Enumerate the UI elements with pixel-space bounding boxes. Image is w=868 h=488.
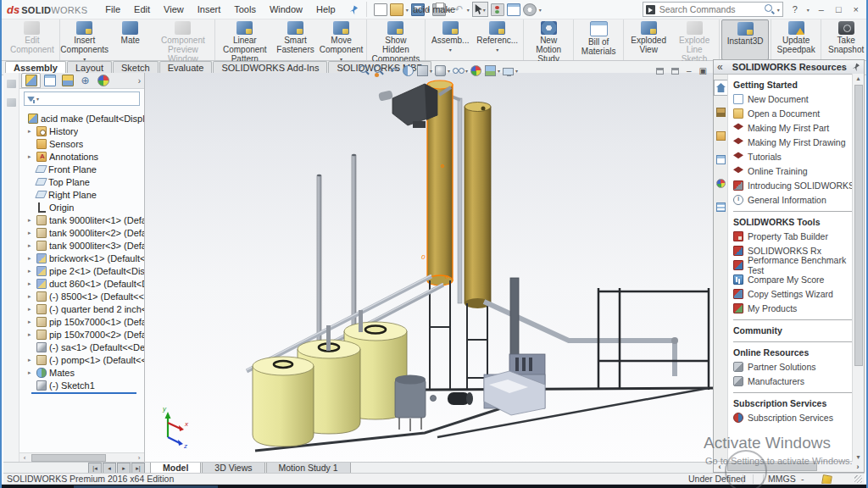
tree-item-pipe2[interactable]: ▸pipe 2<1> (Default<Display Stat xyxy=(19,264,144,277)
scroll-up-icon[interactable]: ▴ xyxy=(853,75,864,82)
tree-item-sa[interactable]: (-) sa<1> (Default<<Default>_D xyxy=(19,341,144,353)
propertymanager-tab[interactable] xyxy=(41,74,58,87)
expander-icon[interactable]: ▸ xyxy=(28,242,36,249)
link-property-tab-builder[interactable]: Property Tab Builder xyxy=(733,229,862,243)
section-subscription-services[interactable]: Subscription Services^ xyxy=(733,396,862,410)
select-tool[interactable]: ▾ xyxy=(472,2,488,17)
expander-icon[interactable]: ▸ xyxy=(28,357,36,363)
apply-scene-icon[interactable] xyxy=(485,65,496,76)
tree-item-front-plane[interactable]: Front Plane xyxy=(19,163,144,175)
assembly-3d-view[interactable]: 0 o xyxy=(145,73,720,463)
doc-window-icon-2[interactable] xyxy=(671,68,679,75)
link-my-products[interactable]: My Products xyxy=(733,301,862,315)
file-explorer-tab[interactable] xyxy=(715,129,727,143)
view-orientation-icon[interactable] xyxy=(417,65,428,76)
search-input[interactable] xyxy=(658,3,762,15)
doc-window-icon-1[interactable] xyxy=(656,68,664,75)
tree-item-quarter-bend[interactable]: ▸(-) quarter bend 2 inch<1> (Defa xyxy=(19,302,144,315)
scroll-left-icon[interactable]: ‹ xyxy=(19,454,30,462)
undo-caret-icon[interactable]: ▾ xyxy=(467,7,470,13)
caret-icon[interactable]: ▾ xyxy=(498,68,500,74)
tree-item-mates[interactable]: ▸Mates xyxy=(19,366,144,379)
floor-pipe-mid[interactable] xyxy=(437,388,709,437)
print-caret-icon[interactable]: ▾ xyxy=(448,7,451,13)
view-settings-icon[interactable] xyxy=(503,68,514,75)
menu-help[interactable]: Help xyxy=(310,3,342,16)
exploded-view-button[interactable]: Exploded View xyxy=(626,19,671,60)
tree-item-annotations[interactable]: ▸Annotations xyxy=(19,150,144,163)
doc-minimize-button[interactable]: – xyxy=(687,66,692,75)
caret-icon[interactable]: ▾ xyxy=(515,68,518,74)
expander-icon[interactable]: ▸ xyxy=(28,153,36,160)
task-pane-vertical-scrollbar[interactable]: ▴ ▾ xyxy=(852,74,864,462)
panel-expand-arrow[interactable]: › xyxy=(138,76,141,86)
dimxpertmanager-tab[interactable] xyxy=(76,74,94,87)
new-motion-study-button[interactable]: New Motion Study xyxy=(526,19,571,60)
link-open-a-document[interactable]: Open a Document xyxy=(733,106,862,120)
link-manufacturers[interactable]: Manufacturers xyxy=(733,374,862,388)
expander-icon[interactable]: ▸ xyxy=(28,293,36,300)
tree-item-pip1[interactable]: ▸pip 150x7000<1> (Default<<De xyxy=(19,315,144,328)
configurationmanager-tab[interactable] xyxy=(58,74,76,87)
options-caret-icon[interactable]: ▾ xyxy=(539,7,542,13)
expander-icon[interactable]: ▸ xyxy=(28,369,36,376)
tree-item-sketch1[interactable]: (-) Sketch1 xyxy=(19,379,144,391)
link-online-training[interactable]: Online Training xyxy=(733,164,862,178)
new-document-icon[interactable] xyxy=(374,3,387,16)
mate-button[interactable]: Mate xyxy=(108,19,153,60)
minimize-button[interactable]: – xyxy=(816,4,826,14)
scroll-down-icon[interactable]: ▾ xyxy=(853,453,864,461)
section-community[interactable]: Communityv xyxy=(733,324,862,337)
units-caret[interactable]: - xyxy=(801,474,804,484)
scrollbar-thumb[interactable] xyxy=(31,454,106,462)
link-introducing-solidworks[interactable]: Introducing SOLIDWORKS xyxy=(733,178,862,192)
tree-item-top-plane[interactable]: Top Plane xyxy=(19,175,144,188)
menu-view[interactable]: View xyxy=(158,3,190,16)
appearances-tab[interactable] xyxy=(715,176,727,191)
scroll-right-icon[interactable]: › xyxy=(852,463,864,471)
menu-edit[interactable]: Edit xyxy=(128,3,156,16)
menu-tools[interactable]: Tools xyxy=(228,3,262,16)
display-style-icon[interactable] xyxy=(435,65,446,76)
insert-components-button[interactable]: Insert Components ▾ xyxy=(62,19,108,60)
units-selector[interactable]: MMGS xyxy=(768,474,796,484)
link-subscription-services[interactable]: Subscription Services xyxy=(733,410,862,424)
flyout-caret-icon[interactable]: ▾ xyxy=(449,46,452,55)
assembly-features-button[interactable]: Assemb... ▾ xyxy=(427,19,473,60)
expander-icon[interactable]: ▸ xyxy=(28,217,36,224)
expander-icon[interactable]: ▸ xyxy=(28,319,36,325)
floor-pipe-long[interactable] xyxy=(416,388,720,390)
collapse-pane-button[interactable]: « xyxy=(714,61,726,73)
tree-item-origin[interactable]: Origin xyxy=(19,201,144,214)
displaymanager-tab[interactable] xyxy=(94,74,112,87)
expander-icon[interactable]: ▸ xyxy=(28,331,36,338)
previous-view-icon[interactable]: ↶ xyxy=(388,65,399,76)
section-solidworks-tools[interactable]: SOLIDWORKS Tools^ xyxy=(733,215,862,229)
smart-fasteners-button[interactable]: Smart Fasteners xyxy=(273,19,319,60)
scroll-right-icon[interactable]: › xyxy=(134,454,144,462)
update-speedpak-button[interactable]: Update Speedpak xyxy=(773,19,819,60)
filter-caret-icon[interactable]: ▾ xyxy=(36,96,39,102)
link-making-my-first-drawing[interactable]: Making My First Drawing xyxy=(733,135,862,149)
maximize-button[interactable]: □ xyxy=(833,4,844,14)
section-getting-started[interactable]: Getting Started^ xyxy=(733,78,862,92)
pump[interactable] xyxy=(448,392,473,405)
link-performance-benchmark-test[interactable]: Performance Benchmark Test xyxy=(733,258,862,272)
tree-item-right-plane[interactable]: Right Plane xyxy=(19,188,144,201)
search-icon[interactable] xyxy=(765,4,775,14)
expander-icon[interactable]: ▸ xyxy=(28,306,36,313)
component-preview-window-button[interactable]: Component Preview Window xyxy=(153,19,213,60)
view-palette-tab[interactable] xyxy=(715,152,727,167)
hide-show-items-icon[interactable] xyxy=(453,65,464,76)
chimney[interactable] xyxy=(510,278,519,364)
save-caret-icon[interactable]: ▾ xyxy=(427,7,430,13)
tree-item-duct860[interactable]: ▸duct 860<1> (Default<Display S xyxy=(19,277,144,290)
explode-line-sketch-button[interactable]: Explode Line Sketch xyxy=(671,19,717,60)
expander-icon[interactable]: ▸ xyxy=(28,280,36,287)
tree-item-tank3[interactable]: ▸tank 9000liter<3> (Default<<De xyxy=(19,239,144,252)
tree-item-history[interactable]: ▸History xyxy=(19,125,144,137)
flyout-caret-icon[interactable]: ▾ xyxy=(496,46,498,55)
expander-icon[interactable]: ▸ xyxy=(28,128,36,135)
doc-restore-button[interactable]: ▣ xyxy=(699,66,707,75)
custom-properties-tab[interactable] xyxy=(715,200,727,214)
